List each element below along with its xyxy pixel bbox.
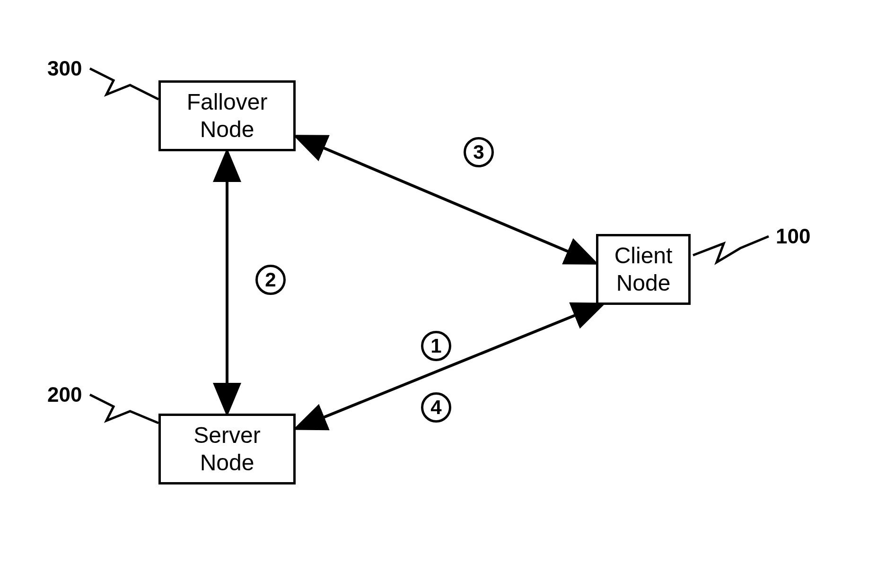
client-node-line2: Node — [616, 269, 671, 297]
edge-label-2: 2 — [255, 265, 286, 295]
edge-label-3: 3 — [464, 137, 494, 167]
edge-label-1: 1 — [421, 331, 451, 361]
svg-line-3 — [298, 137, 594, 262]
client-ref-number: 100 — [776, 225, 810, 248]
server-ref-number: 200 — [47, 383, 82, 406]
fallover-node-line2: Node — [200, 116, 254, 143]
server-node-line1: Server — [193, 422, 260, 449]
fallover-ref-number: 300 — [47, 57, 82, 80]
fallover-node-box: Fallover Node — [158, 80, 296, 151]
edge-label-4: 4 — [421, 392, 451, 423]
arrows-layer — [0, 0, 886, 588]
client-node-line1: Client — [614, 242, 673, 269]
diagram-container: Fallover Node 300 Server Node 200 Client… — [0, 0, 886, 588]
fallover-node-line1: Fallover — [187, 88, 268, 116]
client-node-box: Client Node — [596, 234, 691, 305]
server-node-box: Server Node — [158, 414, 296, 484]
server-node-line2: Node — [200, 449, 254, 476]
